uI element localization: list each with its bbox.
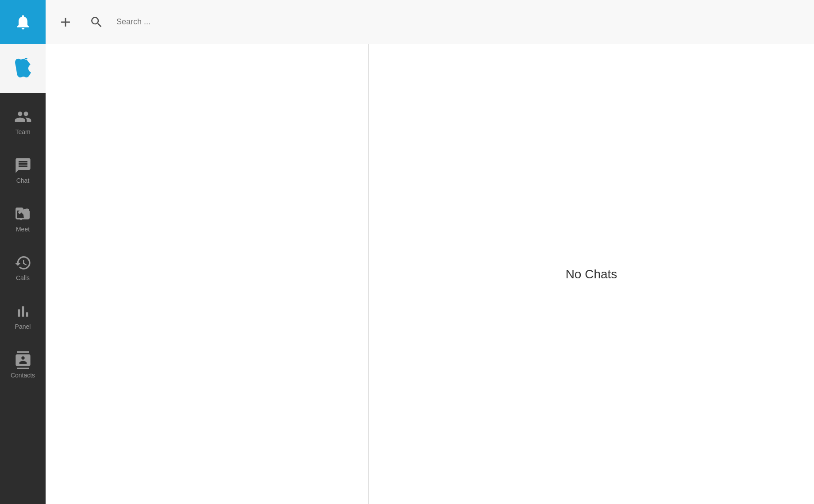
sidebar-item-panel-label: Panel: [15, 323, 31, 330]
sidebar-item-chat[interactable]: Chat: [0, 146, 46, 195]
nav-items: Team Chat Meet: [0, 93, 46, 504]
notification-section: [0, 0, 46, 44]
sidebar-item-calls[interactable]: Calls: [0, 243, 46, 292]
search-button[interactable]: [85, 11, 108, 33]
sidebar-item-meet-label: Meet: [16, 226, 30, 233]
sidebar-item-chat-label: Chat: [16, 177, 30, 184]
meet-icon: [14, 205, 32, 223]
search-input[interactable]: [116, 17, 805, 27]
team-icon: [14, 108, 32, 126]
sidebar-item-team[interactable]: Team: [0, 97, 46, 146]
panel-icon: [14, 303, 32, 320]
sidebar-item-calls-label: Calls: [16, 274, 30, 281]
search-icon: [89, 15, 104, 29]
apple-logo: [13, 58, 33, 79]
sidebar-item-meet[interactable]: Meet: [0, 195, 46, 243]
sidebar-item-contacts-label: Contacts: [11, 372, 35, 379]
content-panels: No Chats: [46, 44, 814, 504]
header-bar: [46, 0, 814, 44]
bell-icon: [14, 13, 32, 31]
sidebar-item-team-label: Team: [15, 128, 30, 135]
notification-bell-button[interactable]: [12, 11, 35, 34]
icon-rail: Team Chat Meet: [0, 0, 46, 504]
main-content: No Chats: [46, 0, 814, 504]
sidebar-item-panel[interactable]: Panel: [0, 292, 46, 341]
no-chats-message: No Chats: [566, 267, 617, 281]
apple-logo-icon: [13, 58, 33, 77]
right-panel: No Chats: [369, 44, 814, 504]
apple-logo-section: [0, 44, 46, 93]
calls-icon: [14, 254, 32, 272]
sidebar-item-contacts[interactable]: Contacts: [0, 341, 46, 389]
chat-icon: [14, 157, 32, 174]
left-panel: [46, 44, 369, 504]
contacts-icon: [14, 351, 32, 369]
plus-icon: [58, 15, 73, 30]
add-button[interactable]: [54, 11, 77, 33]
